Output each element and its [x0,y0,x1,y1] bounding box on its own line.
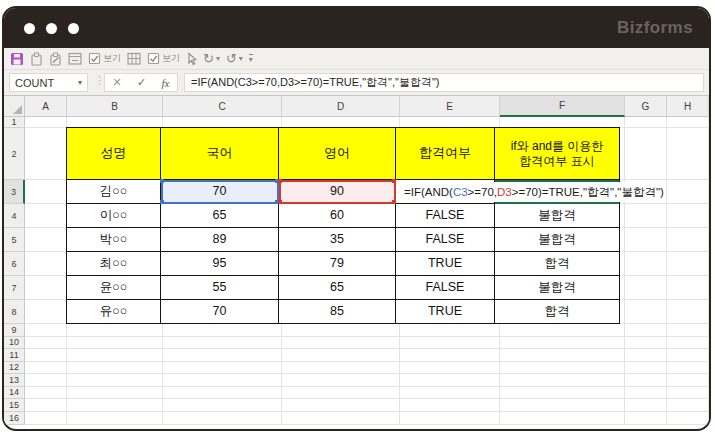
sheet-grid-icon[interactable] [127,51,141,67]
table-cell[interactable]: 합격 [495,300,619,323]
row-header-14[interactable]: 14 [4,387,25,400]
gridline [25,424,709,425]
row-header-13[interactable]: 13 [4,374,25,387]
table-cell[interactable]: 불합격 [495,276,619,300]
table-cell[interactable]: 65 [161,204,279,228]
formula-part: =IF(AND( [404,186,453,198]
table-cell[interactable]: 윤○○ [67,276,161,300]
save-icon[interactable] [10,51,24,67]
table-cell[interactable]: 85 [279,300,396,323]
gridline [25,373,709,374]
row-header-3[interactable]: 3 [4,180,25,204]
row-header-15[interactable]: 15 [4,399,25,412]
table-cell[interactable]: 89 [161,228,279,252]
row-header-2[interactable]: 2 [4,128,25,180]
formula-part: D3 [497,186,512,198]
table-cell[interactable]: 55 [161,276,279,300]
table-cell[interactable]: 불합격 [495,228,619,252]
column-header-E[interactable]: E [400,96,500,117]
row-header-6[interactable]: 6 [4,252,25,276]
chevron-down-icon: ▾ [239,54,243,63]
column-header-G[interactable]: G [625,96,667,117]
table-cell[interactable]: 박○○ [67,228,161,252]
column-header-A[interactable]: A [25,96,67,117]
chevron-down-icon: ▾ [216,54,220,63]
table-header-cell[interactable]: 영어 [279,128,396,180]
formula-buttons: ✕ ✓ fx [104,73,178,92]
undo-icon[interactable]: ↺▾ [226,51,243,67]
row-header-5[interactable]: 5 [4,228,25,252]
window-control-dot[interactable] [46,23,57,34]
table-header-cell[interactable]: 성명 [67,128,161,180]
fill-handle[interactable] [278,200,282,204]
table-cell[interactable]: FALSE [396,228,495,252]
toolbar-options-icon[interactable]: ▾ [249,51,253,67]
gridline [25,386,709,387]
insert-function-icon[interactable]: fx [161,77,169,89]
table-cell[interactable]: 최○○ [67,252,161,276]
table-cell[interactable]: 유○○ [67,300,161,323]
row-header-9[interactable]: 9 [4,324,25,337]
redo-icon[interactable]: ↻▾ [203,51,220,67]
referenced-cell-C3[interactable]: 70 [161,180,279,204]
cancel-icon[interactable]: ✕ [113,76,122,89]
table-cell[interactable]: TRUE [396,252,495,276]
table-header-cell[interactable]: if와 and를 이용한합격여부 표시 [495,128,619,180]
gridline [25,348,709,349]
formula-input[interactable]: =IF(AND(C3>=70,D3>=70)=TRUE,"합격","불합격") [184,73,704,92]
table-cell[interactable]: FALSE [396,204,495,228]
view-label: 보기 [103,52,121,65]
clipboard-pencil-icon[interactable] [49,51,62,67]
in-cell-formula[interactable]: =IF(AND(C3>=70,D3>=70)=TRUE,"합격","불합격") [403,182,665,202]
chevron-down-icon[interactable]: ▾ [78,78,82,87]
formula-part: >=70)=TRUE,"합격","불합격") [512,185,664,200]
table-cell[interactable]: FALSE [396,276,495,300]
enter-icon[interactable]: ✓ [137,76,146,89]
fill-handle[interactable] [392,200,396,204]
formula-part: C3 [453,186,468,198]
window-layout-icon[interactable] [68,51,82,67]
view-checkbox-icon[interactable]: 보기 [88,51,121,67]
column-header-D[interactable]: D [282,96,400,117]
row-header-12[interactable]: 12 [4,362,25,375]
fill-handle[interactable] [160,179,164,183]
gridline [25,336,709,337]
gridline [25,411,709,412]
column-header-C[interactable]: C [163,96,282,117]
clipboard-icon[interactable] [30,51,43,67]
row-header-8[interactable]: 8 [4,300,25,324]
column-header-H[interactable]: H [667,96,709,117]
table-header-cell[interactable]: 국어 [161,128,279,180]
fill-handle[interactable] [278,179,282,183]
row-header-7[interactable]: 7 [4,276,25,300]
table-cell[interactable]: 김○○ [67,180,161,204]
formula-part: >=70, [468,186,497,198]
name-box[interactable]: COUNT ▾ [9,73,88,92]
table-cell[interactable]: 합격 [495,252,619,276]
window-control-dot[interactable] [24,23,35,34]
cursor-icon[interactable] [186,51,197,67]
table-cell[interactable]: 79 [279,252,396,276]
view-checkbox-icon[interactable]: 보기 [147,51,180,67]
column-header-B[interactable]: B [67,96,163,117]
table-cell[interactable]: TRUE [396,300,495,323]
fill-handle[interactable] [392,179,396,183]
table-header-cell[interactable]: 합격여부 [396,128,495,180]
fill-handle[interactable] [160,200,164,204]
row-header-10[interactable]: 10 [4,337,25,350]
window-control-dot[interactable] [68,23,79,34]
table-cell[interactable]: 95 [161,252,279,276]
table-cell[interactable]: 65 [279,276,396,300]
table-cell[interactable]: 35 [279,228,396,252]
table-cell[interactable]: 70 [161,300,279,323]
table-cell[interactable]: 불합격 [495,204,619,228]
column-header-F[interactable]: F [500,96,625,117]
row-header-1[interactable]: 1 [4,117,25,128]
row-header-11[interactable]: 11 [4,349,25,362]
row-header-16[interactable]: 16 [4,412,25,425]
row-header-4[interactable]: 4 [4,204,25,228]
table-cell[interactable]: 이○○ [67,204,161,228]
select-all-button[interactable] [4,96,25,117]
table-cell[interactable]: 60 [279,204,396,228]
referenced-cell-D3[interactable]: 90 [279,180,396,204]
